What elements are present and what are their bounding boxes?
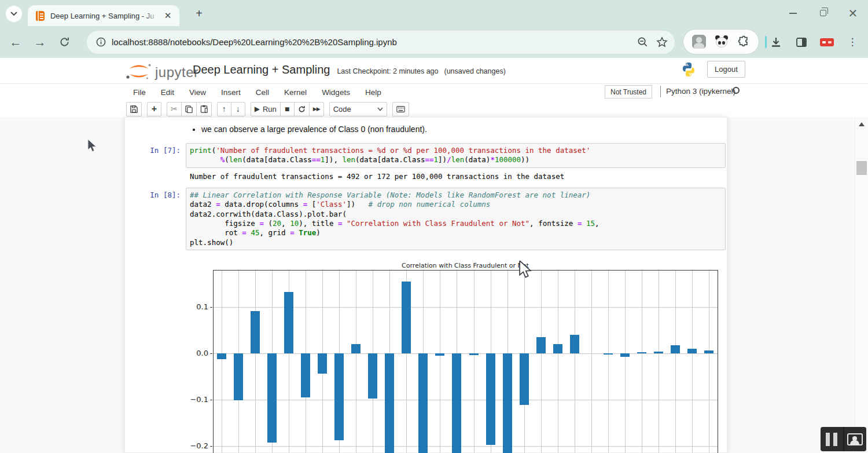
stop-icon: ■ (285, 105, 289, 113)
screen: Deep Learning + Sampling - Ju ✕ + ✕ ← → … (0, 0, 868, 453)
jupyter-logo-icon (126, 62, 152, 81)
menu-item-insert[interactable]: Insert (221, 88, 241, 97)
address-bar[interactable]: localhost:8888/notebooks/Deep%20Learning… (87, 31, 675, 54)
code-line: ## Linear Correlation with Response Vari… (190, 191, 722, 200)
arrow-down-icon: ↓ (236, 105, 240, 113)
code-line: data2 = data.drop(columns = ['Class']) #… (190, 200, 722, 209)
notebook-site: we can observe a large prevalence of Cla… (0, 117, 868, 453)
omnibox-actions (637, 36, 668, 48)
code-line: plt.show() (190, 238, 722, 247)
markdown-bullet-text: we can observe a large prevalence of Cla… (201, 125, 727, 134)
output-text: Number of fraudulent transactions = 492 … (186, 172, 564, 181)
output-area-7: Number of fraudulent transactions = 492 … (125, 172, 727, 181)
code-line: %(len(data[data.Class==1]), len(data[dat… (190, 155, 722, 165)
scroll-up-arrow-icon (859, 122, 865, 126)
close-icon: ✕ (848, 8, 858, 19)
kernel-separator (660, 86, 661, 97)
code-line: rot = 45, grid = True) (190, 228, 722, 238)
forward-icon: → (34, 35, 46, 49)
add-cell-button[interactable]: + (147, 102, 161, 116)
menu-item-help[interactable]: Help (365, 88, 381, 97)
menu-item-widgets[interactable]: Widgets (322, 88, 350, 97)
side-panel-button[interactable] (792, 32, 811, 52)
tab-search-button[interactable] (6, 6, 22, 22)
cell-type-value: Code (333, 105, 351, 114)
checkpoint-status: Last Checkpoint: 2 minutes ago (337, 67, 438, 75)
three-dot-menu-icon: ⋮ (848, 36, 858, 48)
interrupt-kernel-button[interactable]: ■ (280, 102, 295, 116)
site-info-icon[interactable] (96, 37, 106, 47)
bookmark-star-icon[interactable] (656, 36, 668, 48)
download-icon (770, 36, 782, 48)
restart-run-all-button[interactable]: ▶▶ (309, 102, 324, 116)
command-palette-button[interactable] (392, 102, 409, 116)
zoom-out-icon[interactable] (637, 36, 648, 48)
python-logo-icon (681, 61, 697, 80)
notebook-menubar: FileEditViewInsertCellKernelWidgetsHelp … (0, 84, 868, 100)
cut-cell-button[interactable]: ✂ (167, 102, 182, 116)
red-extension-button[interactable] (817, 32, 837, 52)
pip-overlay (821, 427, 866, 451)
menu-item-kernel[interactable]: Kernel (284, 88, 307, 97)
code-line: print('Number of fraudulent transactions… (190, 146, 722, 155)
jupyter-page: jupyter Deep Learning + Sampling Last Ch… (0, 58, 868, 453)
cell-type-select[interactable]: Code (329, 102, 387, 116)
menu-item-view[interactable]: View (189, 88, 206, 97)
logout-button[interactable]: Logout (707, 61, 745, 78)
notebook-toolbar: + ✂ ↑ ↓ ▶Run ■ ▶▶ Code (126, 101, 414, 116)
red-extension-icon (820, 38, 834, 46)
menu-item-cell[interactable]: Cell (256, 88, 269, 97)
browser-tab[interactable]: Deep Learning + Sampling - Ju ✕ (28, 5, 179, 26)
markdown-cell[interactable]: we can observe a large prevalence of Cla… (125, 118, 727, 136)
not-trusted-button[interactable]: Not Trusted (605, 85, 652, 98)
notebook-header: jupyter Deep Learning + Sampling Last Ch… (0, 58, 868, 83)
notebook-favicon-icon (36, 11, 45, 21)
scrollbar-thumb[interactable] (856, 161, 867, 175)
paste-cell-button[interactable] (196, 102, 212, 116)
code-input-area[interactable]: ## Linear Correlation with Response Vari… (186, 188, 726, 250)
window-close-button[interactable]: ✕ (838, 0, 868, 26)
browser-menu-button[interactable]: ⋮ (843, 32, 862, 52)
downloads-button[interactable] (766, 32, 786, 52)
window-restore-button[interactable] (808, 0, 838, 26)
fast-forward-icon: ▶▶ (313, 107, 320, 112)
run-label: Run (263, 105, 277, 114)
move-cell-up-button[interactable]: ↑ (217, 102, 231, 116)
browser-toolbar: ← → localhost:8888/notebooks/Deep%20Lear… (0, 26, 868, 58)
code-input-area[interactable]: print('Number of fraudulent transactions… (186, 143, 726, 168)
url-text[interactable]: localhost:8888/notebooks/Deep%20Learning… (112, 37, 637, 47)
pause-button[interactable] (821, 427, 843, 451)
extensions-pill (683, 29, 759, 54)
copy-cell-button[interactable] (181, 102, 197, 116)
panda-extension-icon[interactable] (715, 35, 729, 48)
save-button[interactable] (126, 102, 142, 116)
forward-button[interactable]: → (30, 32, 50, 52)
notebook-title[interactable]: Deep Learning + Sampling (193, 63, 330, 76)
window-controls: ✕ (778, 0, 868, 26)
reload-button[interactable] (54, 32, 74, 52)
panda-eye-right (722, 41, 725, 45)
back-button[interactable]: ← (6, 32, 25, 52)
code-cell-7[interactable]: In [7]: print('Number of fraudulent tran… (125, 143, 727, 168)
new-tab-button[interactable]: + (192, 6, 206, 20)
move-cell-down-button[interactable]: ↓ (231, 102, 245, 116)
profile-avatar-icon[interactable] (692, 35, 706, 49)
window-minimize-button[interactable] (778, 0, 808, 26)
menu-item-file[interactable]: File (133, 88, 146, 97)
restart-kernel-button[interactable] (294, 102, 310, 116)
tab-close-icon[interactable]: ✕ (162, 10, 174, 21)
code-cell-8[interactable]: In [8]: ## Linear Correlation with Respo… (125, 188, 727, 250)
reload-icon (59, 36, 70, 48)
scrollbar-up-button[interactable] (855, 119, 868, 129)
run-button[interactable]: ▶Run (251, 102, 281, 116)
extensions-puzzle-icon[interactable] (737, 35, 750, 48)
chevron-down-icon (10, 12, 17, 16)
kernel-idle-indicator-icon (733, 87, 740, 94)
menu-item-edit[interactable]: Edit (161, 88, 174, 97)
page-scrollbar[interactable] (855, 117, 868, 453)
chevron-down-icon (377, 107, 383, 111)
mouse-cursor-primary (518, 261, 535, 280)
jupyter-logo[interactable]: jupyter (126, 62, 199, 81)
picture-in-picture-button[interactable] (843, 427, 867, 451)
play-icon: ▶ (255, 105, 260, 112)
